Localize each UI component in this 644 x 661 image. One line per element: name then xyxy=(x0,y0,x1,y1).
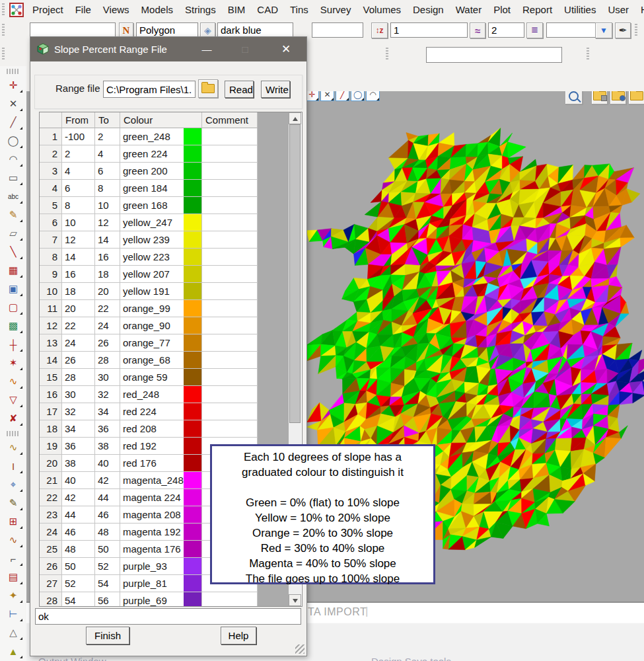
menu-item-models[interactable]: Models xyxy=(135,0,179,20)
delete-button[interactable]: ✘ xyxy=(4,411,22,426)
menu-item-help[interactable]: Help xyxy=(635,0,644,20)
from-cell[interactable]: 42 xyxy=(62,489,95,506)
profile-button[interactable]: ∿ xyxy=(4,533,22,547)
colour-cell[interactable]: yellow 223 xyxy=(120,249,202,266)
comment-cell[interactable] xyxy=(202,128,258,145)
comment-cell[interactable] xyxy=(202,317,258,334)
row-number[interactable]: 6 xyxy=(40,214,62,231)
colour-cell[interactable]: magenta 176 xyxy=(120,541,202,558)
tin-triangles-button[interactable]: △ xyxy=(4,625,22,640)
edit-notes-button[interactable]: ✎ xyxy=(4,496,22,510)
row-number[interactable]: 13 xyxy=(40,334,62,352)
toolbar-grip[interactable] xyxy=(635,24,637,37)
menu-item-bim[interactable]: BIM xyxy=(222,0,252,20)
measure-button[interactable]: ╲ xyxy=(4,245,22,259)
colour-cell[interactable]: orange_68 xyxy=(120,352,202,369)
create-text-button[interactable]: abc xyxy=(4,189,22,204)
menu-item-strings[interactable]: Strings xyxy=(179,0,222,20)
to-cell[interactable]: 42 xyxy=(95,472,120,489)
menu-item-volumes[interactable]: Volumes xyxy=(357,0,407,20)
to-cell[interactable]: 26 xyxy=(95,334,120,352)
to-cell[interactable]: 8 xyxy=(95,180,120,197)
dropdown-button[interactable]: ▼ xyxy=(595,22,612,38)
scroll-up-button[interactable] xyxy=(289,112,301,124)
row-number[interactable]: 8 xyxy=(40,249,62,266)
comment-cell[interactable] xyxy=(202,369,258,386)
footer-tab-output[interactable]: Output Window xyxy=(38,656,106,661)
comment-cell[interactable] xyxy=(202,592,258,607)
row-number[interactable]: 23 xyxy=(40,506,62,524)
colour-cell[interactable]: green_248 xyxy=(120,128,202,145)
colour-cell[interactable]: purple_93 xyxy=(120,558,202,575)
create-line-button[interactable]: ╱ xyxy=(4,115,22,130)
from-cell[interactable]: 28 xyxy=(62,369,95,386)
colour-cell[interactable]: orange 59 xyxy=(120,369,202,386)
name-input[interactable] xyxy=(30,22,116,38)
from-cell[interactable]: 54 xyxy=(62,592,95,607)
create-polygon-button[interactable]: ▱ xyxy=(4,226,22,241)
to-cell[interactable]: 48 xyxy=(95,524,120,541)
to-cell[interactable]: 10 xyxy=(95,197,120,214)
colour-cell[interactable]: purple_69 xyxy=(120,592,202,607)
to-cell[interactable]: 52 xyxy=(95,558,120,575)
to-cell[interactable]: 46 xyxy=(95,506,120,524)
comment-cell[interactable] xyxy=(202,334,258,352)
menu-item-views[interactable]: Views xyxy=(97,0,135,20)
footer-tab-design[interactable]: Design Save tools xyxy=(371,656,451,661)
browse-folder-button[interactable] xyxy=(198,79,218,98)
row-number[interactable]: 5 xyxy=(40,197,62,214)
fillet-button[interactable]: ⌐ xyxy=(4,551,22,566)
comment-cell[interactable] xyxy=(202,145,258,163)
from-cell[interactable]: 10 xyxy=(62,214,95,231)
colour-cell[interactable]: magenta_248 xyxy=(120,472,202,489)
row-number[interactable]: 18 xyxy=(40,420,62,438)
comment-cell[interactable] xyxy=(202,300,258,317)
style-brush-button[interactable]: ✎ xyxy=(4,208,22,222)
string-colour-button[interactable]: ∿ xyxy=(4,374,22,389)
comment-cell[interactable] xyxy=(202,231,258,249)
colour-cell[interactable]: purple_81 xyxy=(120,575,202,592)
to-cell[interactable]: 30 xyxy=(95,369,120,386)
row-number[interactable]: 19 xyxy=(40,438,62,455)
menu-item-tins[interactable]: Tins xyxy=(284,0,314,20)
from-cell[interactable]: 20 xyxy=(62,300,95,317)
from-cell[interactable]: 22 xyxy=(62,317,95,334)
colour-cell[interactable]: yellow_247 xyxy=(120,214,202,231)
row-number[interactable]: 24 xyxy=(40,524,62,541)
row-number[interactable]: 28 xyxy=(40,592,62,607)
colour-cell[interactable]: orange_99 xyxy=(120,300,202,317)
menu-item-design[interactable]: Design xyxy=(407,0,450,20)
comment-cell[interactable] xyxy=(202,386,258,403)
menu-item-cad[interactable]: CAD xyxy=(251,0,284,20)
from-cell[interactable]: 12 xyxy=(62,231,95,249)
grid-button[interactable]: ▦ xyxy=(4,263,22,278)
comment-cell[interactable] xyxy=(202,420,258,438)
colour-cell[interactable]: magenta 208 xyxy=(120,506,202,524)
to-cell[interactable]: 38 xyxy=(95,438,120,455)
to-cell[interactable]: 36 xyxy=(95,420,120,438)
z-value-button[interactable]: ↕z xyxy=(371,22,388,38)
maximize-button[interactable]: □ xyxy=(232,37,258,61)
create-point-button[interactable]: ✛ xyxy=(4,78,22,93)
row-number[interactable]: 11 xyxy=(40,300,62,317)
shield-polygon-button[interactable]: ▽ xyxy=(4,393,22,407)
from-cell[interactable]: 16 xyxy=(62,266,95,283)
width-input[interactable] xyxy=(488,22,524,38)
colour-cell[interactable]: orange_77 xyxy=(120,334,202,352)
from-cell[interactable]: 26 xyxy=(62,352,95,369)
interface-button[interactable]: I xyxy=(4,459,22,473)
boxing-button[interactable]: ▤ xyxy=(4,570,22,584)
menu-item-project[interactable]: Project xyxy=(26,0,69,20)
weight-input[interactable] xyxy=(390,22,468,38)
to-cell[interactable]: 40 xyxy=(95,455,120,472)
style-input[interactable] xyxy=(136,22,198,38)
row-number[interactable]: 17 xyxy=(40,403,62,420)
row-number[interactable]: 4 xyxy=(40,180,62,197)
comment-cell[interactable] xyxy=(202,163,258,180)
row-number[interactable]: 10 xyxy=(40,283,62,300)
from-cell[interactable]: 8 xyxy=(62,197,95,214)
from-cell[interactable]: 18 xyxy=(62,283,95,300)
snap-star-button[interactable]: ✶ xyxy=(4,356,22,370)
colour-cell[interactable]: green 184 xyxy=(120,180,202,197)
comment-cell[interactable] xyxy=(202,403,258,420)
